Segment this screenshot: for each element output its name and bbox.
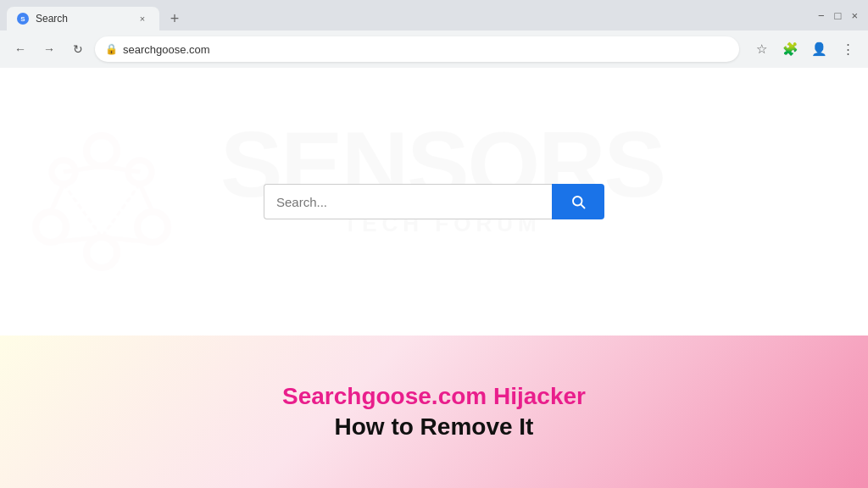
tab-label: Search xyxy=(36,13,68,25)
maximize-button[interactable]: □ xyxy=(835,9,842,22)
forward-button[interactable]: → xyxy=(37,37,61,61)
search-box-area xyxy=(264,184,604,219)
tab-area: S Search × + xyxy=(7,0,186,30)
watermark-text-block: SENSORS TECH FORUM xyxy=(220,118,665,237)
close-window-button[interactable]: × xyxy=(851,9,858,22)
lock-icon: 🔒 xyxy=(105,43,118,55)
svg-line-15 xyxy=(581,204,584,208)
address-bar[interactable]: 🔒 searchgoose.com xyxy=(95,36,739,62)
watermark-network-icon xyxy=(17,117,186,286)
svg-line-6 xyxy=(64,166,102,172)
bookmark-icon[interactable]: ☆ xyxy=(749,37,773,61)
url-text: searchgoose.com xyxy=(123,43,210,56)
reload-button[interactable]: ↻ xyxy=(66,37,90,61)
browser-window: S Search × + − □ × ← → ↻ 🔒 searchgoose.c… xyxy=(0,0,868,68)
search-button[interactable] xyxy=(552,184,604,219)
svg-point-3 xyxy=(86,237,117,268)
search-page: SENSORS TECH FORUM xyxy=(0,68,868,336)
back-button[interactable]: ← xyxy=(8,37,32,61)
browser-tab[interactable]: S Search × xyxy=(7,7,159,30)
menu-icon[interactable]: ⋮ xyxy=(836,37,860,61)
svg-line-8 xyxy=(51,184,64,212)
title-bar: S Search × + − □ × xyxy=(0,0,868,30)
search-input[interactable] xyxy=(264,184,552,219)
new-tab-button[interactable]: + xyxy=(163,7,186,30)
minimize-button[interactable]: − xyxy=(818,9,825,22)
toolbar-icons: ☆ 🧩 👤 ⋮ xyxy=(749,37,860,61)
account-icon[interactable]: 👤 xyxy=(807,37,831,61)
svg-line-9 xyxy=(140,184,153,212)
favicon-letter: S xyxy=(20,15,25,23)
info-title: Searchgoose.com Hijacker xyxy=(282,383,586,410)
svg-point-2 xyxy=(137,212,168,242)
browser-content: SENSORS TECH FORUM Searchgoose.com Hijac… xyxy=(0,68,868,488)
search-icon xyxy=(570,194,586,209)
extensions-icon[interactable]: 🧩 xyxy=(778,37,802,61)
address-bar-row: ← → ↻ 🔒 searchgoose.com ☆ 🧩 👤 ⋮ xyxy=(0,30,868,68)
tab-favicon: S xyxy=(17,13,29,25)
svg-point-0 xyxy=(86,136,117,166)
svg-point-1 xyxy=(36,212,66,242)
svg-line-7 xyxy=(102,166,140,172)
info-subtitle: How to Remove It xyxy=(335,413,534,441)
info-section: Searchgoose.com Hijacker How to Remove I… xyxy=(0,336,868,488)
window-controls: − □ × xyxy=(818,9,861,22)
tab-close-button[interactable]: × xyxy=(136,12,149,25)
